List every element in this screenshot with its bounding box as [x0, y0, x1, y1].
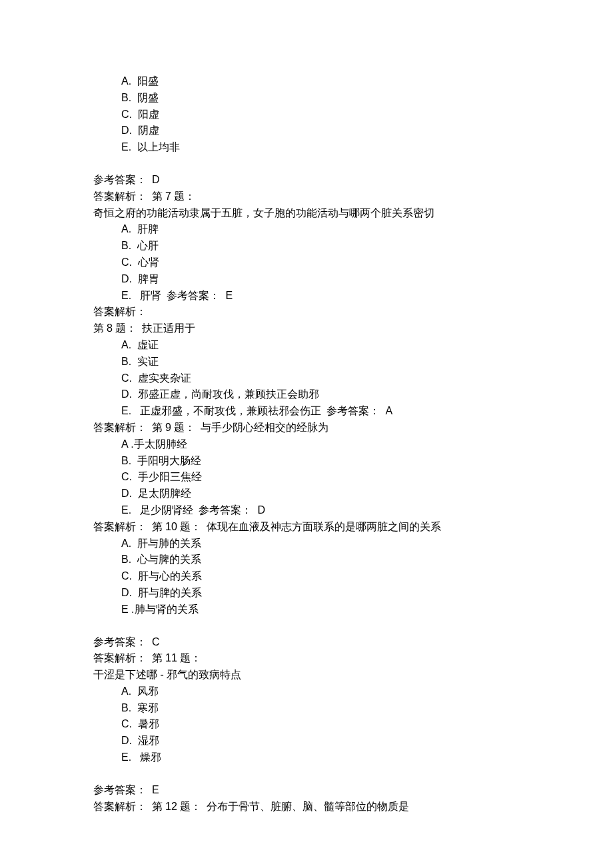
q7-option-e: E. 肝肾 参考答案： E	[93, 288, 520, 304]
q10-option-e: E .肺与肾的关系	[93, 602, 520, 618]
q10-option-b: B. 心与脾的关系	[93, 552, 520, 568]
q7-option-d: D. 脾胃	[93, 271, 520, 288]
q12-header-line: 答案解析： 第 12 题： 分布于骨节、脏腑、脑、髓等部位的物质是	[93, 799, 520, 815]
q6-option-d: D. 阴虚	[93, 123, 520, 139]
q6-option-e-letter: E	[121, 141, 129, 153]
q8-option-b: B. 实证	[93, 354, 520, 370]
q6-option-e: E. 以上均非	[93, 139, 520, 156]
q10-answer-line: 参考答案： C	[93, 634, 520, 651]
q8-option-d: D. 邪盛正虚，尚耐攻伐，兼顾扶正会助邪	[93, 386, 520, 403]
q11-answer: E	[152, 784, 159, 795]
q11-option-e: E. 燥邪	[93, 749, 520, 766]
q10-option-d: D. 肝与脾的关系	[93, 585, 520, 602]
q6-option-c: C. 阳虚	[93, 107, 520, 123]
q6-answer: D	[152, 174, 160, 185]
q11-answer-line: 参考答案： E	[93, 782, 520, 799]
q8-option-a: A. 虚证	[93, 337, 520, 354]
q7-answer: E	[225, 290, 233, 301]
q11-text: 干涩是下述哪 - 邪气的致病特点	[93, 667, 520, 683]
q7-option-a: A. 肝脾	[93, 221, 520, 238]
q6-option-b-letter: B	[121, 92, 129, 103]
q8-option-c: C. 虚实夹杂证	[93, 370, 520, 387]
q6-option-a: A. 阳盛	[93, 73, 520, 90]
q8-option-e: E. 正虚邪盛，不耐攻伐，兼顾祛邪会伤正 参考答案： A	[93, 403, 520, 420]
q10-option-c: C. 肝与心的关系	[93, 568, 520, 585]
q10-option-a: A. 肝与肺的关系	[93, 536, 520, 552]
q6-answer-line: 参考答案： D	[93, 172, 520, 189]
q10-header-line: 答案解析： 第 10 题： 体现在血液及神志方面联系的是哪两脏之间的关系	[93, 519, 520, 536]
spacer	[93, 156, 520, 172]
q6-option-d-letter: D	[121, 125, 129, 136]
q10-answer: C	[152, 636, 160, 648]
q9-header-line: 答案解析： 第 9 题： 与手少阴心经相交的经脉为	[93, 420, 520, 436]
q8-header-line: 第 8 题： 扶正适用于	[93, 320, 520, 337]
q11-option-a: A. 风邪	[93, 683, 520, 700]
q11-option-c: C. 暑邪	[93, 716, 520, 733]
q7-text: 奇恒之府的功能活动隶属于五脏，女子胞的功能活动与哪两个脏关系密切	[93, 205, 520, 222]
q9-option-b: B. 手阳明大肠经	[93, 453, 520, 470]
spacer	[93, 766, 520, 782]
q8-answer: A	[385, 405, 392, 416]
q9-option-e: E. 足少阴肾经 参考答案： D	[93, 502, 520, 519]
q11-header-line: 答案解析： 第 11 题：	[93, 650, 520, 667]
q11-option-b: B. 寒邪	[93, 700, 520, 717]
q9-option-c: C. 手少阳三焦经	[93, 469, 520, 486]
q9-option-a: A .手太阴肺经	[93, 436, 520, 453]
spacer	[93, 618, 520, 634]
document-page: A. 阳盛 B. 阴盛 C. 阳虚 D. 阴虚 E. 以上均非 参考答案： D …	[0, 0, 613, 868]
q9-answer: D	[257, 504, 265, 516]
q6-option-b: B. 阴盛	[93, 90, 520, 107]
q7-header-line: 答案解析： 第 7 题：	[93, 189, 520, 205]
q7-analysis-label: 答案解析：	[93, 304, 520, 320]
q11-option-d: D. 湿邪	[93, 733, 520, 749]
q7-option-c: C. 心肾	[93, 254, 520, 271]
q9-option-d: D. 足太阴脾经	[93, 486, 520, 502]
q7-option-b: B. 心肝	[93, 238, 520, 254]
q6-option-a-letter: A	[121, 75, 129, 87]
q6-option-c-letter: C	[121, 109, 129, 120]
